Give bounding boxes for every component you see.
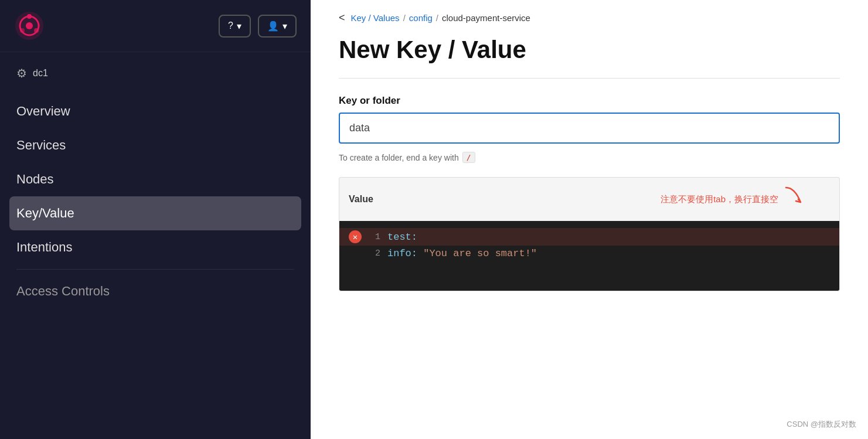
- sidebar-item-keyvalue[interactable]: Key/Value: [9, 196, 301, 230]
- datacenter-label: ⚙ dc1: [0, 52, 311, 90]
- user-dropdown-icon: ▾: [282, 21, 287, 32]
- breadcrumb-sep-1: /: [403, 13, 406, 23]
- nav-section: Overview Services Nodes Key/Value Intent…: [0, 90, 311, 439]
- sidebar-item-intentions[interactable]: Intentions: [0, 230, 311, 264]
- datacenter-name: dc1: [33, 68, 48, 79]
- sidebar: ? ▾ 👤 ▾ ⚙ dc1 Overview Services Nodes Ke…: [0, 0, 311, 439]
- svg-point-4: [34, 28, 39, 33]
- help-icon: ?: [228, 21, 233, 31]
- key-input-wrapper: [339, 113, 840, 144]
- watermark: CSDN @指数反对数: [787, 419, 856, 430]
- help-dropdown-icon: ▾: [237, 21, 241, 32]
- help-button[interactable]: ? ▾: [219, 15, 251, 38]
- breadcrumb-keyvalues[interactable]: Key / Values: [351, 13, 400, 23]
- key-input[interactable]: [340, 114, 839, 142]
- consul-logo-icon: [14, 11, 45, 41]
- value-section: Value 注意不要使用tab，换行直接空 ✕ 1 test: 2 info:: [339, 177, 840, 291]
- line-num-2: 2: [369, 249, 380, 258]
- line-content-2: info: "You are so smart!": [387, 248, 537, 259]
- annotation-text: 注意不要使用tab，换行直接空: [661, 194, 778, 205]
- nav-divider: [16, 269, 294, 270]
- hint-text: To create a folder, end a key with /: [311, 148, 868, 172]
- annotation: 注意不要使用tab，换行直接空: [661, 185, 830, 214]
- user-button[interactable]: 👤 ▾: [258, 15, 297, 38]
- code-line-2: 2 info: "You are so smart!": [339, 246, 839, 261]
- user-icon: 👤: [267, 21, 279, 32]
- title-divider: [339, 78, 840, 79]
- sidebar-header: ? ▾ 👤 ▾: [0, 0, 311, 52]
- svg-point-2: [26, 22, 33, 29]
- breadcrumb-config[interactable]: config: [409, 13, 433, 23]
- breadcrumb-current: cloud-payment-service: [442, 13, 530, 23]
- sidebar-item-services[interactable]: Services: [0, 128, 311, 162]
- datacenter-icon: ⚙: [16, 66, 27, 80]
- key-field-label: Key or folder: [311, 95, 868, 113]
- svg-point-3: [27, 14, 32, 19]
- sidebar-item-access-controls[interactable]: Access Controls: [0, 274, 311, 308]
- sidebar-item-nodes[interactable]: Nodes: [0, 162, 311, 196]
- svg-point-5: [20, 28, 25, 33]
- line-num-1: 1: [369, 232, 380, 242]
- code-editor[interactable]: ✕ 1 test: 2 info: "You are so smart!": [339, 221, 840, 291]
- logo: [14, 11, 45, 41]
- sidebar-item-overview[interactable]: Overview: [0, 94, 311, 128]
- header-buttons: ? ▾ 👤 ▾: [219, 15, 297, 38]
- breadcrumb: < Key / Values / config / cloud-payment-…: [311, 0, 868, 29]
- page-title: New Key / Value: [311, 29, 868, 78]
- hint-code: /: [462, 152, 475, 163]
- value-label: Value: [349, 194, 373, 205]
- breadcrumb-sep-2: /: [436, 13, 438, 23]
- error-indicator: ✕: [349, 230, 362, 243]
- annotation-arrow-icon: [783, 185, 830, 214]
- code-line-1: ✕ 1 test:: [339, 228, 839, 246]
- main-content: < Key / Values / config / cloud-payment-…: [311, 0, 868, 439]
- value-header: Value 注意不要使用tab，换行直接空: [339, 177, 840, 221]
- breadcrumb-back-button[interactable]: <: [339, 12, 345, 24]
- line-content-1: test:: [387, 232, 417, 243]
